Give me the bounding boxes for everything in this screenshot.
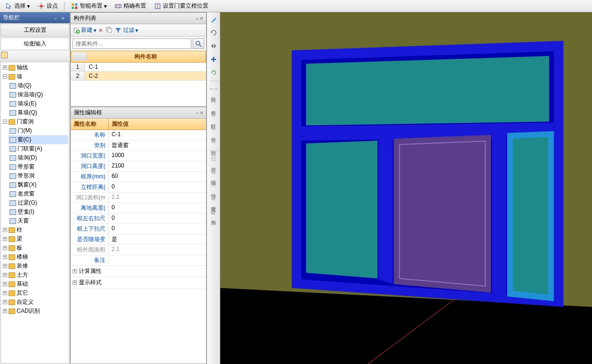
- vtool-break[interactable]: ≡打断: [208, 111, 219, 121]
- tree-item-niche[interactable]: 壁龛(I): [9, 207, 68, 216]
- vtool-undo[interactable]: [208, 67, 219, 78]
- vtool-align[interactable]: ▤对齐: [208, 154, 219, 164]
- property-value[interactable]: 0: [109, 182, 206, 192]
- property-value[interactable]: 是: [109, 234, 206, 244]
- tree-item-lintel[interactable]: 过梁(G): [9, 198, 68, 207]
- tree-node-beam[interactable]: +梁: [2, 234, 68, 243]
- select-button[interactable]: 选择 ▾: [2, 0, 33, 11]
- vtool-merge[interactable]: ⊕合并: [208, 124, 219, 134]
- table-row[interactable]: 2 C-2: [71, 72, 206, 81]
- tree-item-dormer[interactable]: 老虎窗: [9, 189, 68, 198]
- search-button[interactable]: [193, 38, 204, 49]
- tree-node-foundation[interactable]: +基础: [2, 280, 68, 289]
- prop-group-calc[interactable]: +计算属性: [71, 266, 206, 277]
- layer-toggle-icon[interactable]: [1, 52, 8, 58]
- tree-item-skylight[interactable]: 天窗: [9, 216, 68, 225]
- property-value[interactable]: 0: [109, 203, 206, 213]
- tree-node-stair[interactable]: +楼梯: [2, 252, 68, 261]
- property-value[interactable]: 2.1: [109, 193, 206, 203]
- pin-icon[interactable]: ▫: [196, 110, 198, 116]
- property-row[interactable]: 框厚(mm)60: [71, 172, 206, 182]
- property-value[interactable]: 2.1: [109, 245, 206, 255]
- close-icon[interactable]: ×: [61, 15, 67, 21]
- tree-item-window[interactable]: 窗(C): [9, 135, 68, 144]
- smart-layout-button[interactable]: 智能布置 ▾: [67, 0, 110, 11]
- tree-toolbar: [0, 51, 70, 61]
- set-window-pos-button[interactable]: 设置门窗立樘位置: [150, 0, 212, 11]
- property-value[interactable]: 1000: [109, 151, 206, 161]
- tree-node-axis[interactable]: +轴线: [2, 63, 68, 72]
- property-value[interactable]: [109, 255, 206, 265]
- property-row[interactable]: 框外围面积2.1: [71, 245, 206, 255]
- tree-item-bay-window[interactable]: 飘窗(X): [9, 180, 68, 189]
- pin-icon[interactable]: ▫: [55, 15, 60, 21]
- tree-node-other[interactable]: +其它: [2, 289, 68, 298]
- property-row[interactable]: 离地高度(0: [71, 203, 206, 214]
- tree-item-door[interactable]: 门(M): [9, 126, 68, 135]
- close-icon[interactable]: ×: [200, 15, 203, 22]
- nav-tree[interactable]: +轴线 −墙 墙(Q) 保温墙(Q) 墙垛(E) 幕墙(Q) −门窗洞 门(M)…: [0, 62, 69, 364]
- folder-icon: [9, 290, 15, 296]
- property-value[interactable]: 60: [109, 172, 206, 182]
- search-input[interactable]: [73, 38, 191, 49]
- property-value[interactable]: 2100: [109, 161, 206, 171]
- tree-item-wall-duo[interactable]: 墙垛(E): [9, 99, 68, 108]
- filter-button[interactable]: 过滤 ▾: [114, 26, 138, 34]
- tree-item-strip-hole[interactable]: 带形洞: [9, 171, 68, 180]
- vtool-chamfer[interactable]: ◣倒角: [208, 207, 219, 217]
- svg-point-11: [196, 41, 200, 45]
- 3d-viewport[interactable]: [220, 12, 592, 364]
- precise-layout-button[interactable]: 精确布置: [111, 0, 150, 11]
- delete-icon[interactable]: ✕: [98, 27, 103, 34]
- copy-icon[interactable]: [105, 26, 113, 35]
- table-row[interactable]: 1 C-1: [71, 63, 206, 72]
- vtool-rotate[interactable]: [208, 28, 219, 38]
- property-value[interactable]: 0: [109, 224, 206, 234]
- tree-item-door-window[interactable]: 门联窗(A): [9, 144, 68, 153]
- tree-item-curtain-wall[interactable]: 幕墙(Q): [9, 108, 68, 117]
- tree-node-wall[interactable]: −墙: [2, 72, 68, 81]
- vtool-split[interactable]: ✎分割: [208, 137, 219, 148]
- vtool-stretch[interactable]: ▭拉伸: [208, 180, 219, 191]
- vtool-trim[interactable]: ✂修剪: [208, 97, 219, 108]
- setpoint-button[interactable]: 设点: [34, 0, 61, 11]
- property-row[interactable]: 立樘距离(0: [71, 182, 206, 193]
- tree-item-wall-hole[interactable]: 墙洞(D): [9, 153, 68, 162]
- tree-node-slab[interactable]: +板: [2, 243, 68, 252]
- property-row[interactable]: 洞口宽度(1000: [71, 151, 206, 161]
- property-row[interactable]: 是否随墙变是: [71, 234, 206, 245]
- tree-node-custom[interactable]: +自定义: [2, 298, 68, 307]
- tree-item-wall-q[interactable]: 墙(Q): [9, 81, 68, 90]
- property-value[interactable]: C-1: [109, 130, 206, 140]
- property-row[interactable]: 框上下扣尺0: [71, 224, 206, 234]
- property-row[interactable]: 框左右扣尺0: [71, 214, 206, 224]
- tree-node-earthwork[interactable]: +土方: [2, 271, 68, 280]
- tab-project-settings[interactable]: 工程设置: [0, 24, 69, 37]
- vtool-mirror[interactable]: [208, 41, 219, 51]
- vtool-brush[interactable]: [208, 14, 219, 25]
- close-icon[interactable]: ×: [200, 110, 203, 116]
- property-row[interactable]: 洞口高度(2100: [71, 161, 206, 172]
- property-value[interactable]: 0: [109, 214, 206, 224]
- tree-node-opening[interactable]: −门窗洞: [2, 117, 68, 126]
- tree-node-cad[interactable]: +CAD识别: [2, 307, 68, 316]
- pin-icon[interactable]: ▫: [196, 15, 198, 22]
- window-pos-icon: [154, 2, 161, 10]
- property-row[interactable]: 洞口面积(m2.1: [71, 193, 206, 203]
- tab-draw-input[interactable]: 绘图输入: [0, 37, 69, 50]
- property-row[interactable]: 名称C-1: [71, 130, 206, 140]
- vtool-grip[interactable]: ◆设置夹点: [208, 194, 219, 204]
- vtool-extend[interactable]: ⟷延伸: [208, 84, 219, 94]
- property-value[interactable]: 普通窗: [109, 140, 206, 150]
- vtool-move[interactable]: [208, 54, 219, 65]
- property-row[interactable]: 备注: [71, 255, 206, 266]
- new-component-button[interactable]: 新建 ▾: [73, 26, 96, 34]
- property-row[interactable]: 类别普通窗: [71, 140, 206, 151]
- tree-item-insul-wall[interactable]: 保温墙(Q): [9, 90, 68, 99]
- prop-group-display[interactable]: +显示样式: [71, 277, 206, 289]
- tree-item-strip-window[interactable]: 带形窗: [9, 162, 68, 171]
- tree-node-decoration[interactable]: +装修: [2, 261, 68, 271]
- vtool-offset[interactable]: ◉偏移: [208, 167, 219, 177]
- niche-icon: [9, 209, 16, 215]
- tree-node-column[interactable]: +柱: [2, 225, 68, 234]
